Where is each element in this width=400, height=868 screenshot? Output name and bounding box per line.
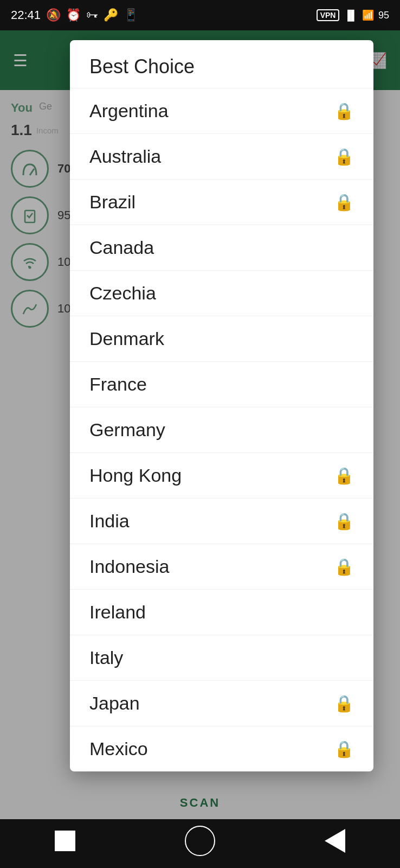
key2-icon: 🔑 — [104, 8, 118, 22]
status-bar-right: VPN ▐▌ 📶 95 — [317, 9, 389, 21]
country-item-denmark[interactable]: Denmark — [70, 316, 373, 362]
nav-back-button[interactable] — [325, 829, 345, 853]
country-item-australia[interactable]: Australia 🔒 — [70, 134, 373, 180]
status-bar: 22:41 🔕 ⏰ 🗝 🔑 📱 VPN ▐▌ 📶 95 — [0, 0, 400, 30]
lock-icon-argentina: 🔒 — [334, 101, 354, 120]
country-item-hong-kong[interactable]: Hong Kong 🔒 — [70, 453, 373, 499]
country-item-mexico[interactable]: Mexico 🔒 — [70, 726, 373, 771]
nav-home-button[interactable] — [185, 826, 215, 856]
lock-icon-mexico: 🔒 — [334, 739, 354, 758]
lock-icon-hong-kong: 🔒 — [334, 466, 354, 485]
lock-icon-indonesia: 🔒 — [334, 557, 354, 576]
wifi-icon: 📶 — [362, 9, 374, 21]
country-label-japan: Japan — [89, 693, 140, 714]
country-label-brazil: Brazil — [89, 192, 136, 213]
nav-square-button[interactable] — [55, 831, 75, 851]
lock-icon-japan: 🔒 — [334, 694, 354, 713]
country-label-best-choice: Best Choice — [89, 55, 195, 78]
country-item-indonesia[interactable]: Indonesia 🔒 — [70, 544, 373, 590]
country-item-ireland[interactable]: Ireland — [70, 590, 373, 635]
country-item-brazil[interactable]: Brazil 🔒 — [70, 180, 373, 225]
mute-icon: 🔕 — [46, 8, 61, 22]
nav-bar — [0, 819, 400, 868]
country-label-mexico: Mexico — [89, 738, 148, 760]
country-item-canada[interactable]: Canada — [70, 225, 373, 271]
signal-icon: ▐▌ — [344, 10, 358, 21]
country-label-france: France — [89, 374, 147, 395]
country-item-argentina[interactable]: Argentina 🔒 — [70, 88, 373, 134]
country-item-best-choice[interactable]: Best Choice — [70, 40, 373, 88]
vpn-badge: VPN — [317, 9, 340, 21]
country-label-india: India — [89, 510, 130, 532]
time-display: 22:41 — [11, 8, 41, 22]
dropdown-overlay: Best Choice Argentina 🔒 Australia 🔒 Braz… — [0, 30, 400, 819]
country-label-hong-kong: Hong Kong — [89, 465, 182, 486]
country-item-japan[interactable]: Japan 🔒 — [70, 681, 373, 726]
lock-icon-india: 🔒 — [334, 512, 354, 531]
country-item-czechia[interactable]: Czechia — [70, 271, 373, 316]
country-label-germany: Germany — [89, 419, 165, 441]
lock-icon-australia: 🔒 — [334, 147, 354, 166]
country-item-italy[interactable]: Italy — [70, 635, 373, 681]
country-item-india[interactable]: India 🔒 — [70, 499, 373, 544]
battery-display: 95 — [378, 10, 389, 21]
country-label-canada: Canada — [89, 237, 154, 258]
country-label-australia: Australia — [89, 146, 161, 167]
country-item-germany[interactable]: Germany — [70, 407, 373, 453]
country-label-argentina: Argentina — [89, 100, 169, 122]
country-dropdown: Best Choice Argentina 🔒 Australia 🔒 Braz… — [70, 40, 373, 771]
status-bar-left: 22:41 🔕 ⏰ 🗝 🔑 📱 — [11, 8, 138, 22]
lock-icon-brazil: 🔒 — [334, 193, 354, 212]
country-item-france[interactable]: France — [70, 362, 373, 407]
phone-icon: 📱 — [124, 8, 138, 22]
country-label-czechia: Czechia — [89, 283, 156, 304]
country-label-italy: Italy — [89, 647, 123, 668]
country-label-ireland: Ireland — [89, 602, 146, 623]
country-label-indonesia: Indonesia — [89, 556, 169, 577]
alarm-icon: ⏰ — [66, 8, 81, 22]
country-label-denmark: Denmark — [89, 328, 164, 349]
key-icon: 🗝 — [86, 8, 98, 22]
